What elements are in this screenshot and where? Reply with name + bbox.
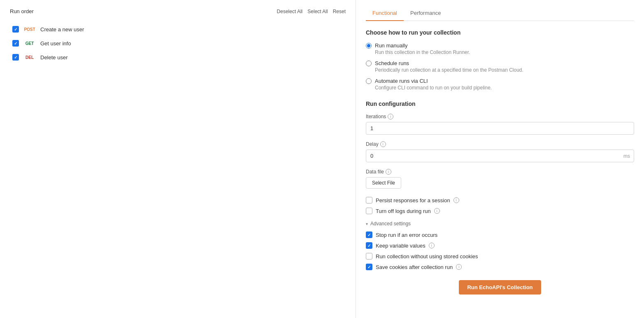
list-item[interactable]: DEL Delete user bbox=[10, 51, 346, 64]
delay-info-icon[interactable]: i bbox=[380, 141, 386, 147]
delay-label: Delay i bbox=[366, 141, 634, 147]
data-file-info-icon[interactable]: i bbox=[386, 169, 391, 175]
request-name-3: Delete user bbox=[40, 54, 67, 61]
persist-responses-label: Persist responses for a session bbox=[376, 197, 450, 203]
turn-off-logs-item[interactable]: Turn off logs during run i bbox=[366, 208, 634, 214]
delay-field: Delay i ms bbox=[366, 141, 634, 162]
radio-desc-cli: Configure CLI command to run on your bui… bbox=[375, 85, 634, 91]
iterations-input[interactable] bbox=[366, 122, 634, 135]
radio-label-schedule[interactable]: Schedule runs bbox=[366, 60, 634, 66]
no-cookies-item[interactable]: Run collection without using stored cook… bbox=[366, 253, 634, 260]
config-title: Run configuration bbox=[366, 101, 634, 107]
row-checkbox-2[interactable] bbox=[12, 40, 19, 47]
stop-run-label: Stop run if an error occurs bbox=[376, 232, 437, 238]
radio-text-cli: Automate runs via CLI bbox=[375, 78, 428, 84]
iterations-field: Iterations i bbox=[366, 114, 634, 135]
radio-item-schedule: Schedule runs Periodically run collectio… bbox=[366, 60, 634, 73]
delay-input[interactable] bbox=[366, 150, 634, 162]
select-file-button[interactable]: Select File bbox=[366, 177, 401, 189]
persist-responses-item[interactable]: Persist responses for a session i bbox=[366, 197, 634, 203]
data-file-label: Data file i bbox=[366, 169, 634, 175]
radio-desc-schedule: Periodically run collection at a specifi… bbox=[375, 67, 634, 73]
radio-input-cli[interactable] bbox=[366, 78, 372, 84]
deselect-all-link[interactable]: Deselect All bbox=[277, 9, 303, 14]
data-file-field: Data file i Select File bbox=[366, 169, 634, 189]
no-cookies-label: Run collection without using stored cook… bbox=[376, 253, 478, 260]
turn-off-logs-info-icon[interactable]: i bbox=[434, 208, 440, 214]
run-collection-button[interactable]: Run EchoAPI's Collection bbox=[459, 280, 541, 295]
radio-input-schedule[interactable] bbox=[366, 61, 372, 66]
advanced-toggle[interactable]: ▾ Advanced settings bbox=[366, 221, 634, 227]
keep-variable-label: Keep variable values bbox=[376, 243, 425, 249]
radio-text-manually: Run manually bbox=[375, 42, 408, 49]
no-cookies-checkbox[interactable] bbox=[366, 253, 372, 260]
tab-functional[interactable]: Functional bbox=[366, 7, 404, 21]
persist-responses-checkbox[interactable] bbox=[366, 197, 372, 203]
ms-label: ms bbox=[623, 153, 630, 159]
right-panel: Functional Performance Choose how to run… bbox=[356, 0, 644, 318]
method-badge-post: POST bbox=[23, 27, 36, 32]
advanced-checkboxes: Stop run if an error occurs Keep variabl… bbox=[366, 231, 634, 270]
method-badge-del: DEL bbox=[23, 55, 36, 60]
run-order-actions: Deselect All Select All Reset bbox=[277, 9, 346, 14]
radio-desc-manually: Run this collection in the Collection Ru… bbox=[375, 49, 634, 55]
radio-text-schedule: Schedule runs bbox=[375, 60, 409, 66]
save-cookies-label: Save cookies after collection run bbox=[376, 264, 453, 270]
keep-variable-checkbox[interactable] bbox=[366, 242, 372, 249]
run-order-title: Run order bbox=[10, 8, 34, 14]
select-all-link[interactable]: Select All bbox=[307, 9, 328, 14]
radio-item-manually: Run manually Run this collection in the … bbox=[366, 42, 634, 55]
method-badge-get: GET bbox=[23, 41, 36, 46]
turn-off-logs-label: Turn off logs during run bbox=[376, 208, 431, 214]
stop-run-item[interactable]: Stop run if an error occurs bbox=[366, 231, 634, 238]
radio-label-cli[interactable]: Automate runs via CLI bbox=[366, 78, 634, 84]
save-cookies-item[interactable]: Save cookies after collection run i bbox=[366, 264, 634, 270]
run-button-wrapper: Run EchoAPI's Collection bbox=[366, 280, 634, 295]
keep-variable-info-icon[interactable]: i bbox=[429, 243, 435, 248]
chevron-down-icon: ▾ bbox=[366, 222, 368, 226]
arrow-indicator bbox=[356, 247, 366, 288]
row-checkbox-1[interactable] bbox=[12, 26, 19, 33]
reset-link[interactable]: Reset bbox=[333, 9, 346, 14]
list-item[interactable]: POST Create a new user bbox=[10, 23, 346, 36]
turn-off-logs-checkbox[interactable] bbox=[366, 208, 372, 214]
delay-wrapper: ms bbox=[366, 150, 634, 162]
radio-input-manually[interactable] bbox=[366, 43, 372, 49]
choose-title: Choose how to run your collection bbox=[366, 29, 634, 36]
left-panel: Run order Deselect All Select All Reset … bbox=[0, 0, 356, 318]
row-checkbox-3[interactable] bbox=[12, 54, 19, 61]
run-config: Run configuration Iterations i Delay i m… bbox=[366, 101, 634, 189]
radio-item-cli: Automate runs via CLI Configure CLI comm… bbox=[366, 78, 634, 91]
run-options: Run manually Run this collection in the … bbox=[366, 42, 634, 91]
tab-performance[interactable]: Performance bbox=[404, 7, 447, 21]
stop-run-checkbox[interactable] bbox=[366, 231, 372, 238]
options-checkboxes: Persist responses for a session i Turn o… bbox=[366, 197, 634, 214]
keep-variable-item[interactable]: Keep variable values i bbox=[366, 242, 634, 249]
save-cookies-info-icon[interactable]: i bbox=[456, 264, 462, 270]
iterations-label: Iterations i bbox=[366, 114, 634, 119]
request-list: POST Create a new user GET Get user info… bbox=[10, 23, 346, 64]
request-name-1: Create a new user bbox=[40, 26, 84, 33]
radio-label-manually[interactable]: Run manually bbox=[366, 42, 634, 49]
save-cookies-checkbox[interactable] bbox=[366, 264, 372, 270]
request-name-2: Get user info bbox=[40, 40, 71, 47]
iterations-info-icon[interactable]: i bbox=[388, 114, 393, 119]
advanced-label: Advanced settings bbox=[370, 221, 411, 227]
run-order-header: Run order Deselect All Select All Reset bbox=[10, 8, 346, 14]
tabs-bar: Functional Performance bbox=[366, 7, 634, 21]
list-item[interactable]: GET Get user info bbox=[10, 37, 346, 50]
persist-responses-info-icon[interactable]: i bbox=[453, 197, 459, 203]
